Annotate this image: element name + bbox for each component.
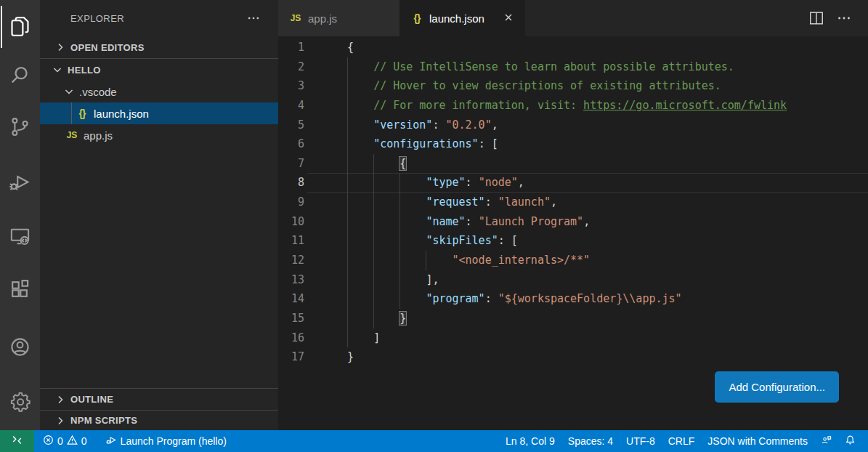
code-punctuation: ], [426,273,439,286]
activity-accounts-button[interactable] [0,329,40,367]
section-workspace-hello[interactable]: HELLO [40,59,278,81]
line-number: 6 [278,134,307,154]
add-configuration-button[interactable]: Add Configuration... [715,371,839,403]
code-line-15[interactable]: 15 } [278,309,868,328]
code-line-4[interactable]: 4 // For more information, visit: https:… [278,96,868,116]
indent-guide [373,231,374,251]
indentation-status[interactable]: Spaces: 4 [561,430,620,452]
code-line-7[interactable]: 7 { [278,154,868,174]
code-line-17[interactable]: 17} [278,347,868,367]
folding-gutter[interactable] [307,134,347,154]
code-line-14[interactable]: 14 "program": "${workspaceFolder}\\app.j… [278,289,868,309]
tree-item-vscode-folder[interactable]: .vscode [40,81,278,102]
ellipsis-icon[interactable] [246,11,261,25]
code-line-content[interactable]: "name": "Launch Program", [347,212,868,232]
code-line-10[interactable]: 10 "name": "Launch Program", [278,212,868,232]
remote-indicator[interactable] [0,430,34,452]
code-editor[interactable]: 1{2 // Use IntelliSense to learn about p… [278,36,868,430]
code-line-content[interactable]: "version": "0.2.0", [347,116,868,135]
code-line-content[interactable]: "skipFiles": [ [347,231,868,251]
tree-item-app-js[interactable]: JS app.js [40,124,278,146]
eol-label: CRLF [668,435,695,447]
tab-launch-json[interactable]: {} launch.json [399,0,525,36]
line-number: 5 [278,116,307,135]
folding-gutter[interactable] [307,116,347,135]
ellipsis-icon[interactable] [836,10,852,26]
code-line-content[interactable]: ] [347,328,868,348]
code-line-content[interactable]: // For more information, visit: https://… [347,96,868,116]
code-line-content[interactable]: "<node_internals>/**" [347,251,868,270]
activity-source-control-button[interactable] [0,109,40,147]
code-line-content[interactable]: { [347,154,868,174]
folding-gutter[interactable] [307,57,347,77]
code-line-5[interactable]: 5 "version": "0.2.0", [278,116,868,135]
code-line-content[interactable]: ], [347,270,868,290]
code-line-content[interactable]: } [347,309,868,328]
problems-status[interactable]: 0 0 [36,430,94,452]
folding-gutter[interactable] [307,76,347,96]
source-control-icon [9,116,31,141]
code-line-content[interactable]: "type": "node", [347,173,868,193]
folding-gutter[interactable] [307,289,347,309]
code-punctuation: , [518,176,524,189]
line-number: 2 [278,57,307,77]
folding-gutter[interactable] [307,173,347,193]
activity-settings-button[interactable] [0,384,40,421]
folding-gutter[interactable] [307,231,347,251]
activity-search-button[interactable] [0,57,40,95]
code-line-content[interactable]: "configurations": [ [347,134,868,154]
folding-gutter[interactable] [307,328,347,348]
code-line-content[interactable]: // Use IntelliSense to learn about possi… [347,57,868,77]
code-line-content[interactable]: { [347,38,868,57]
tab-app-js[interactable]: JS app.js [278,0,399,36]
chevron-right-icon [54,41,66,53]
folding-gutter[interactable] [307,251,347,270]
code-line-9[interactable]: 9 "request": "launch", [278,193,868,212]
eol-status[interactable]: CRLF [662,430,702,452]
code-line-6[interactable]: 6 "configurations": [ [278,134,868,154]
code-line-content[interactable]: // Hover to view descriptions of existin… [347,76,868,96]
code-line-content[interactable]: "request": "launch", [347,193,868,212]
folding-gutter[interactable] [307,96,347,116]
folding-gutter[interactable] [307,212,347,232]
debug-launch-status[interactable]: Launch Program (hello) [100,430,233,452]
code-line-11[interactable]: 11 "skipFiles": [ [278,231,868,251]
code-line-3[interactable]: 3 // Hover to view descriptions of exist… [278,76,868,96]
folding-gutter[interactable] [307,347,347,367]
code-line-1[interactable]: 1{ [278,38,868,57]
split-editor-icon[interactable] [808,10,824,26]
code-line-content[interactable]: } [347,347,868,367]
section-outline[interactable]: OUTLINE [40,388,278,410]
code-line-16[interactable]: 16 ] [278,328,868,348]
code-punctuation: { [399,157,406,170]
feedback-status[interactable] [814,430,838,452]
folder-name: .vscode [79,86,117,98]
cursor-position-status[interactable]: Ln 8, Col 9 [499,430,561,452]
tree-indent-guide [71,102,72,124]
code-line-content[interactable]: "program": "${workspaceFolder}\\app.js" [347,289,868,309]
close-icon[interactable] [502,12,515,25]
code-link[interactable]: https://go.microsoft.com/fwlink [583,99,787,112]
code-line-8[interactable]: 8 "type": "node", [278,173,868,193]
folding-gutter[interactable] [307,193,347,212]
indent-guide [426,251,426,270]
activity-remote-explorer-button[interactable] [0,219,40,257]
section-open-editors[interactable]: OPEN EDITORS [40,36,278,59]
folding-gutter[interactable] [307,154,347,174]
section-npm-scripts[interactable]: NPM SCRIPTS [40,410,278,430]
folding-gutter[interactable] [307,38,347,57]
code-line-2[interactable]: 2 // Use IntelliSense to learn about pos… [278,57,868,77]
folding-gutter[interactable] [307,309,347,328]
tree-item-launch-json[interactable]: {} launch.json [40,102,278,124]
activity-explorer-button[interactable] [0,9,40,47]
folding-gutter[interactable] [307,270,347,290]
indent-guide [399,212,400,232]
encoding-status[interactable]: UTF-8 [620,430,662,452]
search-icon [9,64,31,89]
code-line-13[interactable]: 13 ], [278,270,868,290]
activity-extensions-button[interactable] [0,271,40,309]
code-line-12[interactable]: 12 "<node_internals>/**" [278,251,868,270]
language-mode-status[interactable]: JSON with Comments [701,430,814,452]
activity-run-debug-button[interactable] [0,164,40,202]
notifications-status[interactable] [838,430,862,452]
